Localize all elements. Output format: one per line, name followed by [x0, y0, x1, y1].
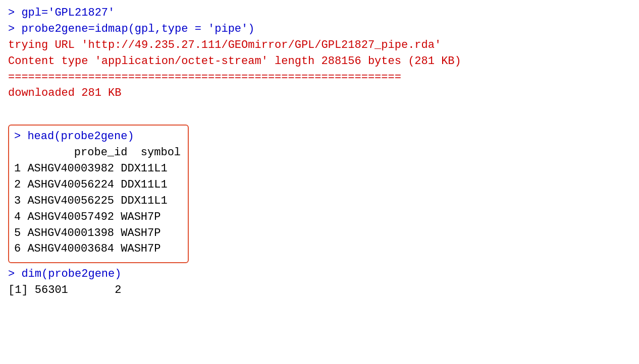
line-downloaded: downloaded 281 KB	[8, 85, 631, 101]
table-row-3: 3 ASHGV40056225 DDX11L1	[14, 193, 181, 209]
table-row-1: 1 ASHGV40003982 DDX11L1	[14, 161, 181, 177]
dim-command: > dim(probe2gene)	[8, 266, 631, 282]
table-row-4: 4 ASHGV40057492 WASH7P	[14, 209, 181, 225]
terminal-output: > gpl='GPL21827' > probe2gene=idmap(gpl,…	[8, 5, 631, 298]
line-content-type: Content type 'application/octet-stream' …	[8, 53, 631, 70]
head-command: > head(probe2gene)	[14, 129, 181, 145]
line-gpl-assign: > gpl='GPL21827'	[8, 5, 631, 21]
table-row-2: 2 ASHGV40056224 DDX11L1	[14, 177, 181, 193]
line-probe2gene-assign: > probe2gene=idmap(gpl,type = 'pipe')	[8, 21, 631, 37]
dim-result: [1] 56301 2	[8, 282, 631, 298]
line-separator: ========================================…	[8, 70, 631, 86]
table-row-5: 5 ASHGV40001398 WASH7P	[14, 225, 181, 241]
table-header: probe_id symbol	[14, 145, 181, 161]
table-row-6: 6 ASHGV40003684 WASH7P	[14, 241, 181, 257]
head-output-block: > head(probe2gene) probe_id symbol 1 ASH…	[8, 125, 189, 263]
line-trying-url: trying URL 'http://49.235.27.111/GEOmirr…	[8, 37, 631, 53]
